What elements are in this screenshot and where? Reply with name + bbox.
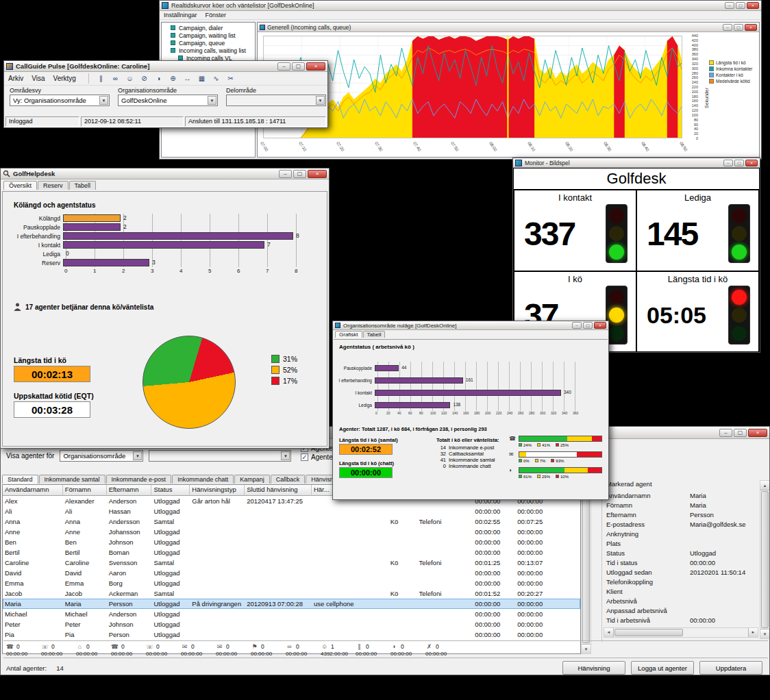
menu-arkiv[interactable]: Arkiv <box>8 75 23 82</box>
dropdown-delområde[interactable]: ▼ <box>226 95 326 106</box>
maximize-button[interactable] <box>734 160 744 166</box>
wave-icon[interactable]: ∿ <box>211 73 221 84</box>
monitor-cell-i-kontakt: I kontakt337 <box>514 190 636 271</box>
dropdown-organisationsområde[interactable]: GolfDeskOnline▼ <box>118 95 218 106</box>
menu-inställningar[interactable]: Inställningar <box>164 12 197 18</box>
table-vertical-scrollbar[interactable]: ▲ ▼ <box>581 484 591 654</box>
scrollbar-thumb[interactable] <box>614 629 683 636</box>
close-button[interactable] <box>594 322 606 329</box>
checkbox[interactable]: ✓ <box>301 453 308 461</box>
column-header-status[interactable]: Status <box>151 485 190 496</box>
realtime-titlebar[interactable]: Realtidskurvor köer och väntelistor [Gol… <box>160 1 761 11</box>
table-row-david[interactable]: DavidDavidAaronUtloggad00:00:0000:00:00 <box>3 568 580 578</box>
tab-inkommande-chatt[interactable]: Inkommande chatt <box>172 475 234 484</box>
tab-kampanj[interactable]: Kampanj <box>234 475 270 484</box>
close-button[interactable] <box>308 170 327 178</box>
table-row-maria[interactable]: MariaMariaPerssonUtloggadPå drivingrange… <box>3 599 580 609</box>
minimize-button[interactable] <box>572 322 582 329</box>
scissors-icon[interactable]: ✂ <box>225 73 236 84</box>
menu-verktyg[interactable]: Verktyg <box>53 75 76 82</box>
maximize-button[interactable] <box>292 62 305 71</box>
table-row-pia[interactable]: PiaPiaPersonUtloggad00:00:0000:00:00 <box>3 629 580 640</box>
tab-tabell[interactable]: Tabell <box>69 181 97 190</box>
minimize-button[interactable] <box>725 2 734 9</box>
agent-scope-dropdown[interactable]: Organisationsområde ▼ <box>60 450 143 462</box>
lock-icon[interactable]: ⊘ <box>139 73 149 84</box>
swap-icon[interactable]: ↔ <box>182 73 192 84</box>
minimize-button[interactable] <box>719 429 732 437</box>
pulse-titlebar[interactable]: CallGuide Pulse [GolfdeskOnline: Carolin… <box>4 61 327 72</box>
column-header-användarnamn[interactable]: Användarnamn <box>3 485 63 496</box>
maximize-button[interactable] <box>736 2 745 9</box>
column-header-hänvisningstyp[interactable]: Hänvisningstyp <box>190 485 245 496</box>
maximize-button[interactable] <box>583 322 593 329</box>
column-header-efternamn[interactable]: Efternamn <box>107 485 152 496</box>
minimize-button[interactable] <box>277 62 290 71</box>
scroll-down-arrow[interactable]: ▼ <box>760 629 769 638</box>
close-button[interactable] <box>747 2 759 9</box>
panel-vertical-scrollbar[interactable]: ▲ ▼ <box>760 480 770 639</box>
tab-tabell[interactable]: Tabell <box>363 331 386 338</box>
table-row-caroline[interactable]: CarolineCarolineSvenssonSamtalKöTelefoni… <box>3 558 580 568</box>
chart-child-titlebar[interactable]: Generell (Incoming calls, queue) <box>258 23 759 32</box>
tab-inkommande-samtal[interactable]: Inkommande samtal <box>39 475 105 484</box>
tab-översikt[interactable]: Översikt <box>3 181 37 190</box>
scroll-right-arrow[interactable]: ► <box>748 628 758 637</box>
table-row-michael[interactable]: MichaelMichaelAndersonUtloggad00:00:0000… <box>3 609 580 619</box>
minimize-button[interactable] <box>723 160 733 166</box>
dropdown-områdesvy[interactable]: Vy: Organisationsområde▼ <box>10 95 110 106</box>
target-icon[interactable]: ⊕ <box>168 73 178 84</box>
scrollbar-thumb[interactable] <box>761 491 769 628</box>
nulage-titlebar[interactable]: Organisationsområde nuläge [GolfDeskOnli… <box>333 321 608 330</box>
tree-item-campaign-queue[interactable]: Campaign, queue <box>162 39 255 47</box>
tab-inkommande-e-post[interactable]: Inkommande e-post <box>106 475 172 484</box>
bar-row-reserv: Reserv3 <box>3 258 304 267</box>
close-button[interactable] <box>745 160 758 166</box>
table-row-jacob[interactable]: JacobJacobAckermanSamtalKöTelefoni00:01:… <box>3 588 580 599</box>
tab-grafiskt[interactable]: Grafiskt <box>335 331 362 338</box>
close-button[interactable] <box>748 429 767 437</box>
maximize-button[interactable] <box>734 429 747 437</box>
scrollbar-thumb[interactable] <box>582 495 590 643</box>
panel-horizontal-scrollbar[interactable]: ◄ ► <box>604 627 758 638</box>
table-row-emma[interactable]: EmmaEmmaBorgUtloggad00:00:0000:00:00 <box>3 578 580 588</box>
button-hänvisning[interactable]: Hänvisning <box>562 661 625 675</box>
scroll-up-arrow[interactable]: ▲ <box>760 481 769 490</box>
menu-visa[interactable]: Visa <box>32 75 45 82</box>
tree-item-campaign-dialer[interactable]: Campaign, dialer <box>162 24 255 32</box>
monitor-titlebar[interactable]: Monitor - Bildspel <box>513 158 760 168</box>
tree-item-campaign-waiting-list[interactable]: Campaign, waiting list <box>162 32 255 39</box>
table-row-peter[interactable]: PeterPeterJohnsonUtloggad00:00:0000:00:0… <box>3 619 580 629</box>
minimize-button[interactable] <box>723 24 732 31</box>
close-button[interactable] <box>306 62 325 71</box>
table-row-ali[interactable]: AliAliHassanUtloggad00:00:0000:00:00 <box>3 506 580 516</box>
table-row-anne[interactable]: AnneAnneJohanssonUtloggad00:00:0000:00:0… <box>3 527 580 537</box>
column-header-förnamn[interactable]: Förnamn <box>63 485 107 496</box>
scroll-left-arrow[interactable]: ◄ <box>604 628 614 637</box>
user-icon[interactable]: ☺ <box>125 73 135 84</box>
gauge-icon[interactable]: ◑ <box>153 73 164 84</box>
window-title: CallGuide Pulse [GolfdeskOnline: Carolin… <box>16 62 275 70</box>
column-header-sluttid-hänvisning[interactable]: Sluttid hänvisning <box>245 485 312 496</box>
agent-subscope-dropdown[interactable]: ▼ <box>149 450 291 462</box>
cell: Persson <box>107 599 152 609</box>
table-row-ben[interactable]: BenBenJohnsonUtloggad00:00:0000:00:00 <box>3 537 580 547</box>
menu-fönster[interactable]: Fönster <box>206 12 227 18</box>
grid-icon[interactable]: ▦ <box>197 73 207 84</box>
tab-standard[interactable]: Standard <box>2 475 38 484</box>
table-row-anna[interactable]: AnnaAnnaAnderssonSamtalKöTelefoni00:02:5… <box>3 516 580 527</box>
columns-icon[interactable]: ∥ <box>96 73 106 84</box>
button-uppdatera[interactable]: Uppdatera <box>699 661 762 675</box>
monitor-heading: Golfdesk <box>514 168 759 190</box>
maximize-button[interactable] <box>293 170 306 178</box>
helpdesk-titlebar[interactable]: GolfHelpdesk <box>1 168 329 179</box>
minimize-button[interactable] <box>279 170 292 178</box>
tree-item-incoming-calls-waiting-list[interactable]: Incoming calls, waiting list <box>162 47 255 54</box>
tab-reserv[interactable]: Reserv <box>38 181 69 190</box>
maximize-button[interactable] <box>734 24 743 31</box>
table-row-bertil[interactable]: BertilBertilBomanUtloggad00:00:0000:00:0… <box>3 547 580 558</box>
tab-callback[interactable]: Callback <box>271 475 306 484</box>
button-logga-ut-agenter[interactable]: Logga ut agenter <box>631 661 694 675</box>
close-button[interactable] <box>745 24 757 31</box>
infinity-icon[interactable]: ∞ <box>110 73 121 84</box>
